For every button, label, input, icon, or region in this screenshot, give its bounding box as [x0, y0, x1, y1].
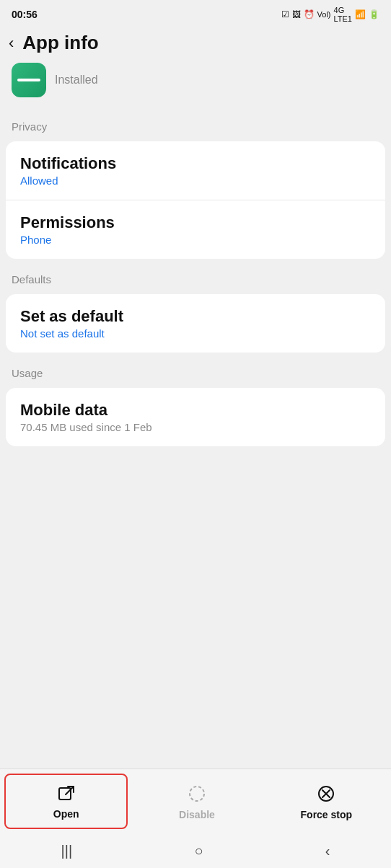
- installed-label: Installed: [55, 74, 98, 87]
- image-icon: 🖼: [292, 9, 301, 19]
- permissions-subtitle: Phone: [20, 234, 371, 246]
- notifications-title: Notifications: [20, 154, 371, 173]
- notifications-subtitle: Allowed: [20, 174, 371, 187]
- permissions-item[interactable]: Permissions Phone: [6, 200, 385, 259]
- mobile-data-title: Mobile data: [20, 401, 371, 420]
- open-icon-wrap: [55, 784, 78, 804]
- bottom-action-bar: Open Disable Force stop: [0, 769, 391, 833]
- notifications-item[interactable]: Notifications Allowed: [6, 141, 385, 200]
- open-button[interactable]: Open: [4, 774, 128, 829]
- mobile-data-subtitle: 70.45 MB used since 1 Feb: [20, 421, 371, 433]
- force-stop-label: Force stop: [301, 809, 353, 820]
- svg-point-1: [190, 787, 204, 801]
- nav-back-button[interactable]: ‹: [308, 837, 348, 865]
- set-as-default-title: Set as default: [20, 307, 371, 326]
- open-icon: [56, 784, 76, 804]
- privacy-card: Notifications Allowed Permissions Phone: [6, 141, 385, 259]
- disable-button[interactable]: Disable: [136, 774, 257, 829]
- disable-icon: [187, 784, 207, 804]
- disable-label: Disable: [179, 809, 215, 820]
- signal-icon: 📶: [355, 9, 366, 19]
- system-nav: ||| ○ ‹: [0, 833, 391, 868]
- app-icon-decoration: [17, 79, 40, 81]
- alarm-icon: ⏰: [304, 9, 315, 19]
- home-button[interactable]: ○: [177, 837, 220, 865]
- status-bar: 00:56 ☑ 🖼 ⏰ Vol) 4GLTE1 📶 🔋: [0, 0, 391, 26]
- usage-section-label: Usage: [0, 355, 391, 385]
- privacy-section-label: Privacy: [0, 109, 391, 138]
- header: ‹ App info: [0, 26, 391, 63]
- status-icons: ☑ 🖼 ⏰ Vol) 4GLTE1 📶 🔋: [281, 6, 379, 23]
- defaults-card: Set as default Not set as default: [6, 294, 385, 353]
- permissions-title: Permissions: [20, 213, 371, 232]
- app-icon: [12, 63, 46, 97]
- open-label: Open: [53, 808, 79, 820]
- set-as-default-item[interactable]: Set as default Not set as default: [6, 294, 385, 353]
- status-time: 00:56: [12, 9, 38, 20]
- disable-icon-wrap: [185, 782, 208, 805]
- force-stop-icon-wrap: [315, 782, 338, 805]
- back-button[interactable]: ‹: [9, 34, 14, 53]
- network-4g: 4GLTE1: [334, 6, 352, 23]
- force-stop-icon: [316, 784, 336, 804]
- force-stop-button[interactable]: Force stop: [266, 774, 387, 829]
- vol-indicator: Vol): [317, 10, 331, 19]
- app-installed-row: Installed: [0, 63, 391, 109]
- mobile-data-item[interactable]: Mobile data 70.45 MB used since 1 Feb: [6, 388, 385, 446]
- defaults-section-label: Defaults: [0, 262, 391, 291]
- page-title: App info: [22, 32, 98, 54]
- set-as-default-subtitle: Not set as default: [20, 327, 371, 340]
- usage-card: Mobile data 70.45 MB used since 1 Feb: [6, 388, 385, 446]
- check-icon: ☑: [281, 9, 289, 19]
- svg-rect-0: [59, 788, 71, 800]
- recent-apps-button[interactable]: |||: [44, 837, 90, 865]
- battery-icon: 🔋: [369, 9, 379, 19]
